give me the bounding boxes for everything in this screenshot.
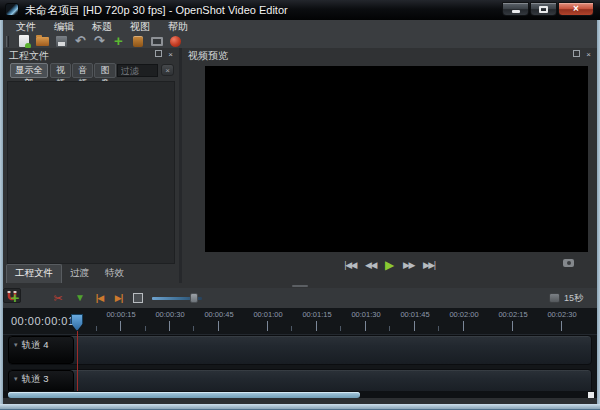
- project-files-panel: 工程文件 × 显示全部 视频 音频 图像 × 工程文件 过渡 特效: [3, 48, 179, 283]
- chevron-down-icon[interactable]: ▾: [14, 374, 18, 384]
- playhead-line: [77, 331, 79, 398]
- resize-grip[interactable]: [588, 392, 594, 398]
- dock-float-icon[interactable]: [155, 50, 162, 57]
- timeline: 00:00:00:01 00:00:15 00:00:30 00:00:45 0…: [3, 308, 597, 404]
- ruler-label: 00:00:45: [204, 310, 233, 319]
- openshot-window: 未命名项目 [HD 720p 30 fps] - OpenShot Video …: [0, 0, 600, 410]
- menu-help[interactable]: 帮助: [159, 20, 197, 34]
- audio-filter-button[interactable]: 音频: [72, 63, 93, 78]
- zoom-scale-label: 15秒: [564, 288, 594, 308]
- open-project-button[interactable]: [33, 34, 52, 48]
- previous-marker-button[interactable]: |◀: [91, 288, 108, 308]
- dock-close-icon[interactable]: ×: [166, 50, 175, 59]
- splitter-grip-icon: [292, 285, 308, 288]
- ruler-label: 00:02:15: [498, 310, 527, 319]
- center-on-playhead-button[interactable]: [133, 293, 143, 303]
- filter-row: 显示全部 视频 音频 图像 ×: [3, 61, 179, 80]
- tab-transitions[interactable]: 过渡: [62, 265, 97, 283]
- ruler-label: 00:01:15: [302, 310, 331, 319]
- camera-icon[interactable]: [563, 259, 574, 267]
- next-marker-button[interactable]: ▶|: [110, 288, 127, 308]
- ruler-label: 00:01:30: [351, 310, 380, 319]
- play-button[interactable]: ▶: [385, 257, 394, 273]
- fullscreen-icon: [151, 37, 163, 46]
- ruler-label: 00:02:00: [449, 310, 478, 319]
- image-filter-button[interactable]: 图像: [94, 63, 116, 78]
- project-files-header: 工程文件 ×: [3, 48, 179, 61]
- minimize-button[interactable]: [502, 2, 529, 16]
- window-title: 未命名项目 [HD 720p 30 fps] - OpenShot Video …: [25, 0, 288, 20]
- zoom-slider-handle[interactable]: [190, 293, 198, 303]
- transport-controls: |◀◀ ◀◀ ▶ ▶▶ ▶▶|: [182, 256, 597, 274]
- video-preview-panel: 视频预览 × |◀◀ ◀◀ ▶ ▶▶ ▶▶|: [182, 48, 597, 283]
- maximize-icon: [539, 6, 548, 13]
- menu-view[interactable]: 视图: [121, 20, 159, 34]
- track-label: 轨道 4: [22, 340, 49, 350]
- new-project-icon: [19, 35, 29, 47]
- open-folder-icon: [36, 37, 49, 46]
- playhead-timecode: 00:00:00:01: [11, 315, 75, 327]
- close-button[interactable]: ×: [558, 2, 594, 16]
- ruler-major-ticks: [72, 321, 595, 331]
- show-all-button[interactable]: 显示全部: [10, 63, 48, 78]
- jump-to-start-button[interactable]: |◀◀: [344, 257, 356, 273]
- choose-profile-button[interactable]: [128, 34, 147, 48]
- add-track-button[interactable]: +: [7, 288, 23, 308]
- app-icon: [5, 3, 19, 16]
- jump-to-end-button[interactable]: ▶▶|: [423, 257, 435, 273]
- menu-bar: 文件 编辑 标题 视图 帮助: [3, 20, 597, 34]
- new-project-button[interactable]: [14, 34, 33, 48]
- undo-button[interactable]: ↶: [71, 34, 90, 48]
- timeline-toolbar: + ✂ ▼ |◀ ▶| 15秒: [3, 288, 597, 308]
- import-files-button[interactable]: +: [109, 34, 128, 48]
- ruler-label: 00:02:30: [547, 310, 576, 319]
- fast-forward-button[interactable]: ▶▶: [403, 257, 414, 273]
- video-preview-title: 视频预览: [188, 49, 228, 63]
- project-files-list[interactable]: [7, 81, 175, 264]
- window-border-bottom: [0, 404, 600, 410]
- status-strip: [3, 398, 597, 404]
- menu-file[interactable]: 文件: [7, 20, 45, 34]
- tab-effects[interactable]: 特效: [97, 265, 132, 283]
- ruler-label: 00:01:45: [400, 310, 429, 319]
- timeline-ruler[interactable]: 00:00:00:01 00:00:15 00:00:30 00:00:45 0…: [3, 308, 597, 335]
- timeline-zoom-slider[interactable]: [152, 288, 202, 308]
- video-preview-header: 视频预览 ×: [182, 48, 597, 61]
- titlebar[interactable]: 未命名项目 [HD 720p 30 fps] - OpenShot Video …: [0, 0, 600, 20]
- export-record-icon: [170, 36, 181, 47]
- video-filter-button[interactable]: 视频: [50, 63, 71, 78]
- toolbar-drag-handle[interactable]: [6, 36, 9, 47]
- filter-clear-button[interactable]: ×: [161, 64, 174, 76]
- export-video-button[interactable]: [166, 34, 185, 48]
- track-lane-4[interactable]: [8, 335, 592, 365]
- menu-edit[interactable]: 编辑: [45, 20, 83, 34]
- tab-project-files[interactable]: 工程文件: [6, 264, 62, 283]
- ruler-label: 00:00:30: [155, 310, 184, 319]
- add-marker-button[interactable]: ▼: [73, 288, 87, 308]
- filter-input[interactable]: [117, 64, 158, 77]
- maximize-button[interactable]: [530, 2, 557, 16]
- dock-float-icon[interactable]: [573, 50, 580, 57]
- save-icon: [56, 36, 67, 47]
- main-toolbar: ↶ ↷ +: [3, 34, 597, 48]
- zoom-scale-icon[interactable]: [549, 293, 560, 303]
- razor-button[interactable]: ✂: [51, 288, 65, 308]
- ruler-label: 00:01:00: [253, 310, 282, 319]
- minimize-icon: [512, 10, 520, 13]
- track-header-4[interactable]: ▾ 轨道 4: [8, 336, 74, 364]
- video-preview-area: [205, 66, 588, 252]
- ruler-label: 00:00:15: [106, 310, 135, 319]
- panel-tabs: 工程文件 过渡 特效: [3, 266, 179, 283]
- track-label: 轨道 3: [22, 374, 49, 384]
- save-project-button[interactable]: [52, 34, 71, 48]
- profile-icon: [133, 36, 143, 47]
- redo-button[interactable]: ↷: [90, 34, 109, 48]
- dock-close-icon[interactable]: ×: [584, 50, 593, 59]
- rewind-button[interactable]: ◀◀: [365, 257, 376, 273]
- scrollbar-thumb[interactable]: [8, 392, 360, 398]
- timeline-horizontal-scrollbar[interactable]: [3, 391, 597, 398]
- chevron-down-icon[interactable]: ▾: [14, 340, 18, 350]
- fullscreen-button[interactable]: [147, 34, 166, 48]
